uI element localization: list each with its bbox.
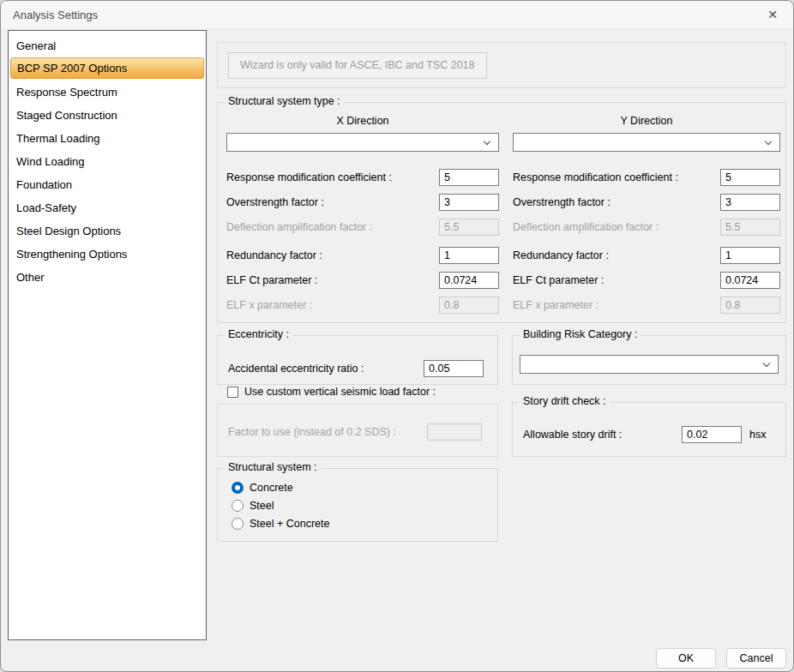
y-redundancy-factor-input[interactable] (720, 247, 780, 264)
field-label: Overstrength factor : (226, 196, 439, 208)
field-row: Redundancy factor : (513, 246, 780, 264)
wizard-note-button: Wizard is only valid for ASCE, IBC and T… (228, 52, 487, 79)
x-deflection-amplification-input (439, 219, 499, 236)
title-bar: Analysis Settings ✕ (1, 1, 793, 28)
x-elf-x-parameter-input (439, 297, 499, 314)
x-system-dropdown[interactable]: 1.2.a - BWS - Shear walls / Concrete (226, 133, 499, 152)
structural-system-group: Structural system : Concrete Steel Steel… (217, 468, 498, 542)
window-title: Analysis Settings (13, 9, 764, 21)
y-response-modification-input[interactable] (720, 169, 780, 186)
field-label: Deflection amplification factor : (226, 221, 439, 233)
field-row: Response modification coefficient : (513, 168, 780, 186)
sidebar-item-foundation[interactable]: Foundation (9, 173, 206, 196)
y-deflection-amplification-input (720, 219, 780, 236)
radio-label: Concrete (250, 482, 293, 494)
category-list: General BCP SP 2007 Options Response Spe… (8, 30, 207, 640)
custom-factor-box: Factor to use (instead of 0.2 SDS) : (217, 404, 498, 457)
sidebar-item-thermal-loading[interactable]: Thermal Loading (9, 127, 206, 150)
x-direction-header: X Direction (226, 115, 499, 128)
allowable-story-drift-input[interactable] (682, 426, 742, 443)
story-drift-check-legend: Story drift check : (520, 395, 610, 407)
story-drift-check-group: Story drift check : Allowable story drif… (512, 402, 786, 457)
y-elf-x-parameter-input (720, 297, 780, 314)
factor-to-use-input (427, 423, 482, 441)
field-row: Overstrength factor : (226, 193, 499, 211)
sidebar-item-general[interactable]: General (9, 34, 206, 57)
sidebar-item-strengthening-options[interactable]: Strengthening Options (9, 243, 206, 266)
field-row: Redundancy factor : (226, 246, 499, 264)
radio-option-steel-concrete[interactable]: Steel + Concrete (232, 517, 497, 531)
wizard-panel: Wizard is only valid for ASCE, IBC and T… (217, 42, 786, 88)
field-label: ELF x parameter : (226, 299, 439, 311)
x-direction-column: X Direction 1.2.a - BWS - Shear walls / … (226, 115, 499, 314)
field-label: ELF x parameter : (513, 299, 720, 311)
x-redundancy-factor-input[interactable] (439, 247, 499, 264)
field-row: Deflection amplification factor : (513, 218, 780, 236)
custom-vertical-seismic-checkbox[interactable] (227, 387, 238, 398)
field-label: Allowable story drift : (523, 429, 682, 441)
risk-category-dropdown[interactable]: I Ie=1.5 (520, 355, 779, 374)
field-label: Redundancy factor : (513, 249, 720, 261)
sidebar-item-response-spectrum[interactable]: Response Spectrum (9, 81, 206, 104)
story-drift-unit-label: hsx (749, 429, 775, 441)
sidebar-item-bcp-sp-2007-options[interactable]: BCP SP 2007 Options (10, 57, 204, 79)
field-row: ELF Ct parameter : (226, 271, 499, 289)
field-label: Response modification coefficient : (513, 171, 720, 183)
sidebar-item-steel-design-options[interactable]: Steel Design Options (9, 219, 206, 243)
y-system-dropdown[interactable]: 1.2.a - BWS - Shear walls / Concrete (513, 133, 780, 152)
field-row: Deflection amplification factor : (226, 218, 499, 236)
building-risk-category-legend: Building Risk Category : (520, 328, 641, 340)
x-overstrength-factor-input[interactable] (439, 194, 499, 211)
custom-vertical-seismic-row: Use custom vertical seismic load factor … (227, 385, 436, 399)
eccentricity-group: Eccentricity : Accidental eccentricity r… (217, 335, 498, 385)
close-icon[interactable]: ✕ (764, 8, 781, 21)
custom-vertical-seismic-label: Use custom vertical seismic load factor … (244, 386, 436, 398)
field-row: Allowable story drift : hsx (523, 425, 775, 443)
ok-button[interactable]: OK (656, 648, 716, 669)
sidebar-item-staged-construction[interactable]: Staged Construction (9, 104, 206, 127)
field-label: Redundancy factor : (226, 249, 439, 261)
y-elf-ct-parameter-input[interactable] (720, 272, 780, 289)
radio-unselected-icon (232, 518, 244, 530)
structural-system-type-legend: Structural system type : (225, 95, 344, 107)
field-label: Deflection amplification factor : (513, 221, 720, 233)
radio-label: Steel + Concrete (250, 518, 329, 530)
radio-unselected-icon (232, 500, 244, 512)
radio-option-concrete[interactable]: Concrete (232, 481, 497, 495)
field-row: ELF x parameter : (226, 296, 499, 314)
field-row: Accidental eccentricity ratio : (228, 359, 484, 377)
structural-system-type-group: Structural system type : X Direction 1.2… (217, 102, 786, 323)
field-row: Overstrength factor : (513, 193, 780, 211)
field-label: Accidental eccentricity ratio : (228, 363, 424, 375)
field-row: Response modification coefficient : (226, 168, 499, 186)
x-elf-ct-parameter-input[interactable] (439, 272, 499, 289)
field-label: ELF Ct parameter : (513, 274, 720, 286)
field-label: ELF Ct parameter : (226, 274, 439, 286)
y-direction-header: Y Direction (513, 115, 780, 128)
cancel-button[interactable]: Cancel (726, 648, 786, 669)
analysis-settings-dialog: Analysis Settings ✕ General BCP SP 2007 … (0, 0, 794, 672)
structural-system-legend: Structural system : (225, 461, 321, 473)
chevron-down-icon (484, 138, 490, 145)
sidebar-item-other[interactable]: Other (9, 266, 206, 289)
radio-selected-icon (232, 482, 244, 494)
sidebar-item-load-safety[interactable]: Load-Safety (9, 196, 206, 219)
accidental-eccentricity-ratio-input[interactable] (424, 360, 484, 377)
chevron-down-icon (765, 138, 772, 145)
y-direction-column: Y Direction 1.2.a - BWS - Shear walls / … (513, 115, 780, 314)
radio-option-steel[interactable]: Steel (232, 499, 497, 513)
field-row: Factor to use (instead of 0.2 SDS) : (228, 423, 482, 441)
field-label: Overstrength factor : (513, 196, 720, 208)
chevron-down-icon (763, 360, 770, 367)
radio-label: Steel (250, 500, 274, 512)
building-risk-category-group: Building Risk Category : I Ie=1.5 (512, 335, 786, 385)
eccentricity-legend: Eccentricity : (225, 328, 292, 340)
y-overstrength-factor-input[interactable] (720, 194, 780, 211)
x-response-modification-input[interactable] (439, 169, 499, 186)
sidebar-item-wind-loading[interactable]: Wind Loading (9, 150, 206, 173)
field-row: ELF x parameter : (513, 296, 780, 314)
field-label: Factor to use (instead of 0.2 SDS) : (228, 426, 427, 438)
field-label: Response modification coefficient : (226, 171, 439, 183)
field-row: ELF Ct parameter : (513, 271, 780, 289)
